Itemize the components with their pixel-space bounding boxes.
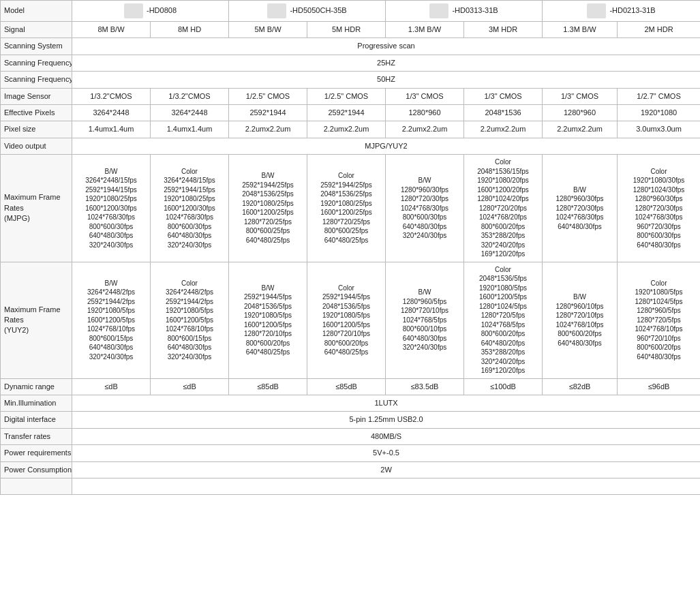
image-sensor-row: Image Sensor 1/3.2"CMOS 1/3.2"CMOS 1/2.5… [1,88,701,104]
effective-pixels-row: Effective Pixels 3264*2448 3264*2448 259… [1,104,701,121]
dynamic-range-cell-6: ≤82dB [543,378,618,395]
signal-cell-4: 1.3M B/W [386,22,464,38]
pixel-size-cell-0: 1.4umx1.4um [72,121,151,138]
scanning-freq-25-label: Scanning Frequency [1,55,72,71]
pixel-size-cell-1: 1.4umx1.4um [151,121,229,138]
signal-cell-3: 5M HDR [307,22,386,38]
model-image-hd0213 [587,3,606,18]
dynamic-range-row: Dynamic range ≤dB ≤dB ≤85dB ≤85dB ≤83.5d… [1,378,701,395]
signal-cell-1: 8M HD [151,22,229,38]
model-image-hd5050 [267,3,286,18]
image-sensor-cell-5: 1/3" CMOS [464,88,543,104]
model-hd0313: -HD0313-31B [386,1,543,22]
max-frame-mjpg-cell-5: Color 2048*1536/15fps 1920*1080/20fps 16… [464,155,543,262]
model-image-hd0313 [429,3,448,18]
dynamic-range-cell-0: ≤dB [72,378,151,395]
empty-value [72,478,701,494]
scanning-freq-50-label: Scanning Frequency [1,72,72,88]
pixel-size-cell-3: 2.2umx2.2um [307,121,386,138]
min-illumination-label: Min.Illumination [1,395,72,412]
image-sensor-cell-1: 1/3.2"CMOS [151,88,229,104]
pixel-size-cell-5: 2.2umx2.2um [464,121,543,138]
max-frame-yuy2-cell-5: Color 2048*1536/5fps 1920*1080/5fps 1600… [464,262,543,378]
model-row: Model -HD0808 -HD5050CH-35B -HD0313-31B … [1,1,701,22]
max-frame-yuy2-label: Maximum Frame Rates (YUY2) [1,262,72,378]
transfer-rates-label: Transfer rates [1,428,72,444]
effective-pixels-cell-0: 3264*2448 [72,104,151,121]
power-consumption-label: Power Consumption [1,461,72,478]
min-illumination-row: Min.Illumination 1LUTX [1,395,701,412]
dynamic-range-cell-5: ≤100dB [464,378,543,395]
dynamic-range-cell-4: ≤83.5dB [386,378,464,395]
max-frame-yuy2-cell-2: B/W 2592*1944/5fps 2048*1536/5fps 1920*1… [229,262,307,378]
image-sensor-cell-0: 1/3.2"CMOS [72,88,151,104]
effective-pixels-cell-1: 3264*2448 [151,104,229,121]
digital-interface-label: Digital interface [1,412,72,428]
pixel-size-cell-2: 2.2umx2.2um [229,121,307,138]
scanning-freq-25-value: 25HZ [72,55,701,71]
model-label: Model [1,1,72,22]
scanning-system-value: Progressive scan [72,38,701,55]
effective-pixels-cell-5: 2048*1536 [464,104,543,121]
image-sensor-label: Image Sensor [1,88,72,104]
dynamic-range-cell-1: ≤dB [151,378,229,395]
scanning-freq-25-row: Scanning Frequency 25HZ [1,55,701,71]
power-requirements-value: 5V+-0.5 [72,445,701,461]
max-frame-mjpg-cell-2: B/W 2592*1944/25fps 2048*1536/25fps 1920… [229,155,307,262]
max-frame-mjpg-label: Maximum Frame Rates (MJPG) [1,155,72,262]
max-frame-mjpg-cell-1: Color 3264*2448/15fps 2592*1944/15fps 19… [151,155,229,262]
max-frame-yuy2-cell-0: B/W 3264*2448/2fps 2592*1944/2fps 1920*1… [72,262,151,378]
pixel-size-cell-4: 2.2umx2.2um [386,121,464,138]
scanning-system-label: Scanning System [1,38,72,55]
empty-row [1,478,701,494]
effective-pixels-cell-7: 1920*1080 [618,104,700,121]
image-sensor-cell-7: 1/2.7" CMOS [618,88,700,104]
video-output-row: Video output MJPG/YUY2 [1,138,701,154]
effective-pixels-cell-3: 2592*1944 [307,104,386,121]
max-frame-yuy2-cell-3: Color 2592*1944/5fps 2048*1536/5fps 1920… [307,262,386,378]
max-frame-yuy2-cell-7: Color 1920*1080/5fps 1280*1024/5fps 1280… [618,262,700,378]
dynamic-range-label: Dynamic range [1,378,72,395]
effective-pixels-cell-6: 1280*960 [543,104,618,121]
max-frame-mjpg-cell-4: B/W 1280*960/30fps 1280*720/30fps 1024*7… [386,155,464,262]
max-frame-mjpg-cell-7: Color 1920*1080/30fps 1280*1024/30fps 12… [618,155,700,262]
dynamic-range-cell-7: ≤96dB [618,378,700,395]
transfer-rates-value: 480MB/S [72,428,701,444]
image-sensor-cell-2: 1/2.5" CMOS [229,88,307,104]
power-requirements-row: Power requirements 5V+-0.5 [1,445,701,461]
empty-label [1,478,72,494]
transfer-rates-row: Transfer rates 480MB/S [1,428,701,444]
digital-interface-value: 5-pin 1.25mm USB2.0 [72,412,701,428]
dynamic-range-cell-3: ≤85dB [307,378,386,395]
max-frame-mjpg-cell-0: B/W 3264*2448/15fps 2592*1944/15fps 1920… [72,155,151,262]
scanning-freq-50-value: 50HZ [72,72,701,88]
signal-row: Signal 8M B/W 8M HD 5M B/W 5M HDR 1.3M B… [1,22,701,38]
image-sensor-cell-6: 1/3" CMOS [543,88,618,104]
signal-cell-6: 1.3M B/W [543,22,618,38]
max-frame-yuy2-cell-1: Color 3264*2448/2fps 2592*1944/2fps 1920… [151,262,229,378]
max-frame-mjpg-row: Maximum Frame Rates (MJPG) B/W 3264*2448… [1,155,701,262]
pixel-size-cell-6: 2.2umx2.2um [543,121,618,138]
power-consumption-value: 2W [72,461,701,478]
digital-interface-row: Digital interface 5-pin 1.25mm USB2.0 [1,412,701,428]
effective-pixels-label: Effective Pixels [1,104,72,121]
pixel-size-row: Pixel size 1.4umx1.4um 1.4umx1.4um 2.2um… [1,121,701,138]
effective-pixels-cell-2: 2592*1944 [229,104,307,121]
spec-table: Model -HD0808 -HD5050CH-35B -HD0313-31B … [0,0,700,495]
signal-cell-5: 3M HDR [464,22,543,38]
video-output-value: MJPG/YUY2 [72,138,701,154]
power-requirements-label: Power requirements [1,445,72,461]
model-hd0808: -HD0808 [72,1,229,22]
model-hd0213: -HD0213-31B [543,1,700,22]
effective-pixels-cell-4: 1280*960 [386,104,464,121]
max-frame-mjpg-cell-6: B/W 1280*960/30fps 1280*720/30fps 1024*7… [543,155,618,262]
max-frame-yuy2-row: Maximum Frame Rates (YUY2) B/W 3264*2448… [1,262,701,378]
max-frame-yuy2-cell-4: B/W 1280*960/5fps 1280*720/10fps 1024*76… [386,262,464,378]
model-image-hd0808 [124,3,143,18]
signal-cell-2: 5M B/W [229,22,307,38]
image-sensor-cell-3: 1/2.5" CMOS [307,88,386,104]
min-illumination-value: 1LUTX [72,395,701,412]
image-sensor-cell-4: 1/3" CMOS [386,88,464,104]
spec-table-wrapper: Model -HD0808 -HD5050CH-35B -HD0313-31B … [0,0,700,495]
signal-label: Signal [1,22,72,38]
